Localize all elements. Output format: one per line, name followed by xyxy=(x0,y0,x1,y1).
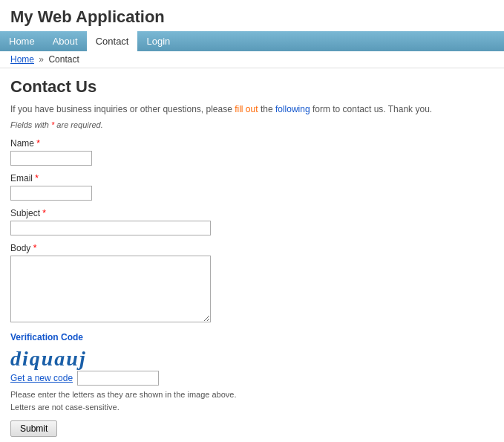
subject-group: Subject * xyxy=(10,208,494,235)
captcha-image: diquauj xyxy=(10,347,87,371)
intro-part2: the xyxy=(258,104,275,114)
verification-section: Verification Code diquauj Get a new code… xyxy=(10,332,494,413)
get-new-code-link[interactable]: Get a new code xyxy=(10,373,73,383)
subject-star: * xyxy=(40,208,46,218)
name-group: Name * xyxy=(10,138,494,166)
verification-input[interactable] xyxy=(77,371,159,386)
main-content: Contact Us If you have business inquirie… xyxy=(0,68,504,442)
required-star: * xyxy=(51,120,54,129)
intro-part3: form to contact us. Thank you. xyxy=(310,104,433,114)
nav-item-contact[interactable]: Contact xyxy=(87,31,138,51)
breadcrumb-home-link[interactable]: Home xyxy=(10,54,34,65)
captcha-row: diquauj xyxy=(10,347,494,371)
email-input[interactable] xyxy=(10,186,92,201)
verification-label: Verification Code xyxy=(10,332,494,342)
name-star: * xyxy=(34,138,40,149)
page-title: Contact Us xyxy=(10,77,494,97)
breadcrumb: Home » Contact xyxy=(0,51,504,68)
required-note: Fields with * are required. xyxy=(10,120,494,129)
intro-text: If you have business inquiries or other … xyxy=(10,103,494,116)
submit-button[interactable]: Submit xyxy=(10,420,57,437)
nav-item-login[interactable]: Login xyxy=(137,31,179,51)
intro-following: following xyxy=(275,104,310,114)
body-group: Body * xyxy=(10,243,494,325)
body-star: * xyxy=(30,243,36,253)
intro-part1: If you have business inquiries or other … xyxy=(10,104,235,114)
subject-input[interactable] xyxy=(10,221,211,235)
get-new-code-row: Get a new code xyxy=(10,371,494,386)
nav-bar: Home About Contact Login xyxy=(0,31,504,51)
email-group: Email * xyxy=(10,173,494,201)
email-label: Email * xyxy=(10,173,494,183)
name-label: Name * xyxy=(10,138,494,149)
name-input[interactable] xyxy=(10,151,92,166)
app-title: My Web Application xyxy=(10,7,494,27)
intro-fill: fill out xyxy=(235,104,258,114)
nav-item-home[interactable]: Home xyxy=(0,31,44,51)
subject-label: Subject * xyxy=(10,208,494,218)
contact-form: Name * Email * Subject * Body * Verifica… xyxy=(10,138,494,437)
body-label: Body * xyxy=(10,243,494,253)
body-textarea[interactable] xyxy=(10,256,211,322)
nav-item-about[interactable]: About xyxy=(44,31,87,51)
email-star: * xyxy=(33,173,39,183)
verification-hint: Please enter the letters as they are sho… xyxy=(10,389,494,413)
breadcrumb-current: Contact xyxy=(48,54,79,65)
breadcrumb-separator: » xyxy=(39,54,44,65)
